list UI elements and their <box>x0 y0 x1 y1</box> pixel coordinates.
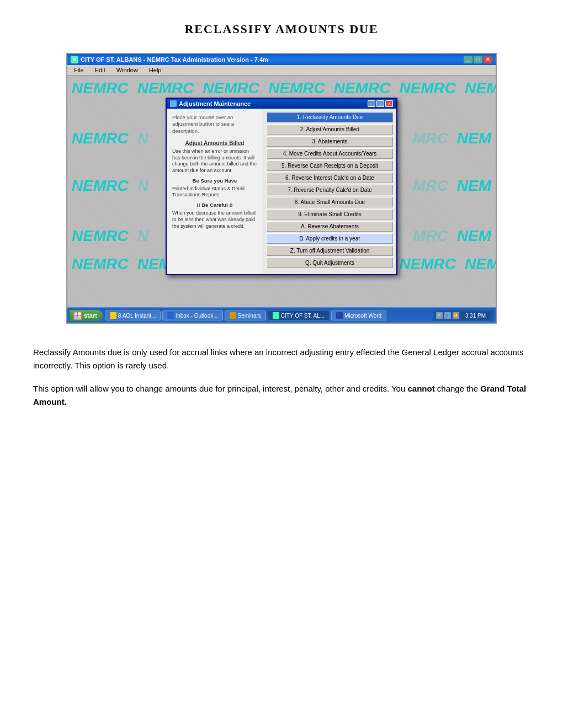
page-title: RECLASSIFY AMOUNTS DUE <box>33 22 530 36</box>
taskbar-item-city[interactable]: CITY OF ST. AL... <box>268 311 330 320</box>
outlook-icon <box>167 312 174 319</box>
nemrc-text: NEM <box>460 78 496 98</box>
word-icon <box>336 312 343 319</box>
dialog-section-title: Adjust Amounts Billed <box>172 140 257 146</box>
description-paragraph-2: This option will allow you to change amo… <box>33 382 530 409</box>
dialog-left-panel: Place your mouse over an adjustment butt… <box>167 109 263 274</box>
nemrc-text: NEMRC <box>264 78 330 98</box>
dialog-controls: _ □ ✕ <box>368 100 393 107</box>
menu-item-z[interactable]: Z. Turn off Adjustment Validation <box>267 245 393 256</box>
taskbar-clock: 3:31 PM <box>461 312 490 320</box>
description-p2-bold1: cannot <box>407 384 434 393</box>
nemrc-text: NEMRC <box>67 226 133 246</box>
nemrc-text: NEMRC <box>133 78 199 98</box>
dialog-title: Adjustment Maintenance <box>179 100 251 107</box>
menu-bar: File Edit Window Help <box>67 65 496 76</box>
dialog-menu-panel: 1. Reclassify Amounts Due 2. Adjust Amou… <box>263 109 396 274</box>
taskbar-item-outlook[interactable]: Inbox - Outlook... <box>162 311 222 320</box>
menu-item-b[interactable]: B. Apply credits in a year <box>267 233 393 244</box>
nemrc-text: MRC <box>408 226 453 246</box>
minimize-button[interactable]: _ <box>464 56 472 63</box>
taskbar-item-aol[interactable]: 8 AOL Instant... <box>105 311 161 320</box>
taskbar-items: 8 AOL Instant... Inbox - Outlook... Semi… <box>105 311 431 320</box>
menu-item-7[interactable]: 7. Reverse Penalty Calc'd on Date <box>267 185 393 195</box>
description-paragraph-1: Reclassify Amounts due is only used for … <box>33 346 530 372</box>
dialog-icon <box>170 100 177 107</box>
nemrc-text: N <box>133 176 153 196</box>
taskbar-item-word[interactable]: Microsoft Word <box>331 311 386 320</box>
close-button[interactable]: ✕ <box>484 56 492 63</box>
menu-help[interactable]: Help <box>147 66 164 74</box>
window-controls: _ □ ✕ <box>464 56 492 63</box>
nemrc-text: NEMRC <box>198 78 264 98</box>
nemrc-text: NEMRC <box>330 78 395 98</box>
menu-item-a[interactable]: A. Reverse Abatements <box>267 221 393 232</box>
window-main-area: NEMRC NEMRC NEMRC NEMRC NEMRC NEMRC NEM … <box>67 76 496 307</box>
menu-item-6[interactable]: 6. Reverse Interest Calc'd on a Date <box>267 173 393 183</box>
dialog-warning-title: Be Sure you Have <box>172 178 257 184</box>
nemrc-text: NEMRC <box>67 254 133 274</box>
menu-item-1[interactable]: 1. Reclassify Amounts Due <box>267 112 393 122</box>
window-titlebar: 🖥 CITY OF ST. ALBANS - NEMRC Tax Adminis… <box>67 54 496 65</box>
nemrc-text: MRC <box>408 129 453 148</box>
description-p2-pre: This option will allow you to change amo… <box>33 384 407 393</box>
start-button[interactable]: 🪟 start <box>70 310 103 321</box>
description-section: Reclassify Amounts due is only used for … <box>33 346 530 409</box>
maximize-button[interactable]: □ <box>474 56 482 63</box>
tray-icon-2: 🔊 <box>444 312 451 319</box>
taskbar: 🪟 start 8 AOL Instant... Inbox - Outlook… <box>67 307 496 323</box>
nemrc-text: MRC <box>408 176 453 196</box>
dialog-close[interactable]: ✕ <box>385 100 393 107</box>
dialog-window: Adjustment Maintenance _ □ ✕ Place your … <box>166 98 397 275</box>
menu-window[interactable]: Window <box>114 66 140 74</box>
menu-item-2[interactable]: 2. Adjust Amounts Billed <box>267 124 393 135</box>
menu-item-9[interactable]: 9. Eliminate Small Credits <box>267 209 393 220</box>
nemrc-text: NEM <box>453 176 496 196</box>
dialog-body: Place your mouse over an adjustment butt… <box>167 109 396 274</box>
nemrc-text: NEM <box>453 226 496 246</box>
dialog-careful-title: !! Be Careful !! <box>172 202 257 208</box>
folder-icon <box>230 312 236 319</box>
window-icon: 🖥 <box>71 56 78 63</box>
nemrc-text: NEM <box>453 129 496 148</box>
nemrc-text: NEM <box>460 254 496 274</box>
menu-item-4[interactable]: 4. Move Credits About Accounts/Years <box>267 148 393 159</box>
menu-item-8[interactable]: 8. Abate Small Amounts Due <box>267 197 393 207</box>
taskbar-tray: ⚡ 🔊 📶 3:31 PM <box>433 311 493 321</box>
screenshot-container: 🖥 CITY OF ST. ALBANS - NEMRC Tax Adminis… <box>66 53 497 324</box>
tray-icon-3: 📶 <box>453 312 459 319</box>
dialog-maximize[interactable]: □ <box>376 100 384 107</box>
menu-file[interactable]: File <box>72 66 86 74</box>
app-icon <box>273 312 279 319</box>
dialog-section-text: Use this when an error or omission has b… <box>172 148 257 174</box>
menu-item-q[interactable]: Q. Quit Adjustments <box>267 258 393 268</box>
taskbar-item-seminars[interactable]: Seminars <box>225 311 266 320</box>
nemrc-text: N <box>133 226 153 246</box>
description-p2-mid: change the <box>435 384 481 393</box>
menu-item-5[interactable]: 5. Reverse Cash Receipts on a Deposit <box>267 160 393 171</box>
aol-icon <box>110 312 116 319</box>
nemrc-text: NEMRC <box>395 78 460 98</box>
window-title: CITY OF ST. ALBANS - NEMRC Tax Administr… <box>81 56 268 63</box>
tray-icon-1: ⚡ <box>436 312 443 319</box>
dialog-intro-text: Place your mouse over an adjustment butt… <box>172 114 257 135</box>
nemrc-text: NEMRC <box>67 176 133 196</box>
nemrc-text: NEMRC <box>67 78 133 98</box>
nemrc-text: NEMRC <box>395 254 460 274</box>
menu-item-3[interactable]: 3. Abatements <box>267 136 393 147</box>
nemrc-text: N <box>133 129 153 148</box>
dialog-warning-text: Printed Individual Status & Detail Trans… <box>172 186 257 199</box>
nemrc-text: NEMRC <box>67 129 133 148</box>
dialog-careful-text: When you decrease the amount billed to b… <box>172 210 257 229</box>
dialog-titlebar: Adjustment Maintenance _ □ ✕ <box>167 99 396 109</box>
menu-edit[interactable]: Edit <box>93 66 108 74</box>
dialog-minimize[interactable]: _ <box>368 100 375 107</box>
